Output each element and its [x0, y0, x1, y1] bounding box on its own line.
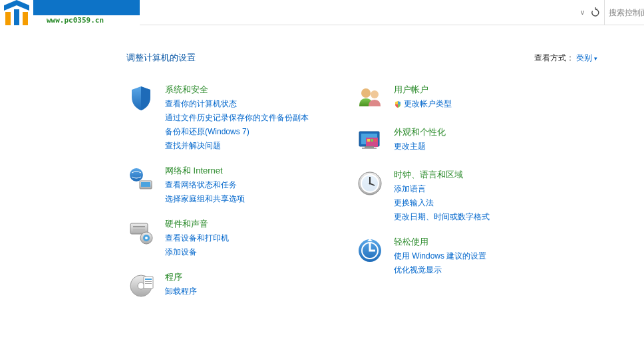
- category-link[interactable]: 更换输入法: [394, 197, 490, 209]
- svg-rect-18: [145, 283, 152, 284]
- svg-point-19: [361, 88, 371, 98]
- category-item: 网络和 Internet查看网络状态和任务选择家庭组和共享选项: [126, 165, 309, 205]
- refresh-button[interactable]: [589, 7, 601, 19]
- category-item: 系统和安全查看你的计算机状态通过文件历史记录保存你的文件备份副本备份和还原(Wi…: [126, 84, 309, 152]
- category-title[interactable]: 网络和 Internet: [165, 165, 245, 177]
- category-item: 程序卸载程序: [126, 271, 309, 300]
- view-by-value[interactable]: 类别: [576, 53, 597, 62]
- svg-point-34: [369, 183, 371, 185]
- category-link[interactable]: 选择家庭组和共享选项: [165, 193, 245, 205]
- category-title[interactable]: 用户帐户: [394, 84, 452, 96]
- uac-shield-icon: [394, 100, 402, 108]
- category-item: 轻松使用使用 Windows 建议的设置优化视觉显示: [355, 236, 490, 276]
- svg-point-20: [371, 90, 379, 98]
- network-icon[interactable]: [126, 165, 156, 194]
- category-title[interactable]: 系统和安全: [165, 84, 309, 96]
- nav-controls: v: [578, 6, 604, 19]
- category-item: 硬件和声音查看设备和打印机添加设备: [126, 218, 309, 258]
- svg-rect-26: [374, 139, 377, 142]
- category-link[interactable]: 查找并解决问题: [165, 140, 309, 152]
- category-link[interactable]: 优化视觉显示: [394, 264, 486, 276]
- programs-icon[interactable]: [126, 271, 156, 300]
- header-bar: www.pc0359.cn v 搜索控制面: [0, 0, 644, 25]
- svg-point-12: [145, 237, 148, 239]
- category-title[interactable]: 时钟、语言和区域: [394, 169, 490, 181]
- page-title: 调整计算机的设置: [126, 52, 196, 64]
- category-link[interactable]: 卸载程序: [165, 285, 197, 297]
- content-area: 调整计算机的设置 查看方式： 类别 系统和安全查看你的计算机状态通过文件历史记录…: [0, 25, 644, 300]
- svg-rect-25: [371, 139, 373, 142]
- category-item: 时钟、语言和区域添加语言更换输入法更改日期、时间或数字格式: [355, 169, 490, 223]
- category-link[interactable]: 更改日期、时间或数字格式: [394, 211, 490, 223]
- clock-icon[interactable]: [355, 169, 385, 198]
- users-icon[interactable]: [355, 84, 385, 113]
- view-by-label: 查看方式：: [534, 53, 574, 62]
- svg-rect-17: [145, 281, 152, 282]
- appearance-icon[interactable]: [355, 126, 385, 156]
- svg-rect-15: [144, 277, 153, 288]
- breadcrumb-dropdown-icon[interactable]: v: [578, 6, 587, 19]
- category-link[interactable]: 添加设备: [165, 246, 229, 258]
- svg-rect-28: [362, 148, 377, 149]
- category-link[interactable]: 添加语言: [394, 183, 490, 195]
- svg-rect-27: [365, 146, 374, 148]
- svg-rect-2: [14, 9, 19, 25]
- svg-point-4: [130, 168, 143, 181]
- search-input[interactable]: 搜索控制面: [604, 0, 644, 25]
- category-title[interactable]: 外观和个性化: [394, 126, 446, 138]
- svg-rect-24: [367, 139, 370, 142]
- category-item: 用户帐户更改帐户类型: [355, 84, 490, 113]
- svg-rect-1: [5, 12, 11, 25]
- svg-rect-16: [145, 279, 152, 280]
- category-link[interactable]: 查看你的计算机状态: [165, 98, 309, 110]
- category-link[interactable]: 查看网络状态和任务: [165, 179, 245, 191]
- category-link[interactable]: 更改帐户类型: [394, 98, 452, 110]
- ease-icon[interactable]: [355, 236, 385, 265]
- category-link[interactable]: 使用 Windows 建议的设置: [394, 250, 486, 262]
- category-link[interactable]: 查看设备和打印机: [165, 232, 229, 244]
- logo-area: www.pc0359.cn: [0, 0, 140, 25]
- shield-icon[interactable]: [126, 84, 156, 113]
- category-item: 外观和个性化更改主题: [355, 126, 490, 156]
- category-link[interactable]: 通过文件历史记录保存你的文件备份副本: [165, 112, 309, 124]
- svg-rect-6: [141, 182, 150, 187]
- category-link[interactable]: 更改主题: [394, 140, 446, 152]
- category-link[interactable]: 备份和还原(Windows 7): [165, 126, 309, 138]
- category-title[interactable]: 程序: [165, 271, 197, 283]
- site-logo-icon: [0, 0, 33, 29]
- svg-rect-9: [133, 229, 145, 231]
- view-by-control: 查看方式： 类别: [534, 53, 597, 64]
- category-title[interactable]: 轻松使用: [394, 236, 486, 248]
- svg-rect-3: [23, 12, 28, 25]
- hardware-icon[interactable]: [126, 218, 156, 247]
- category-title[interactable]: 硬件和声音: [165, 218, 229, 230]
- svg-rect-8: [133, 226, 145, 227]
